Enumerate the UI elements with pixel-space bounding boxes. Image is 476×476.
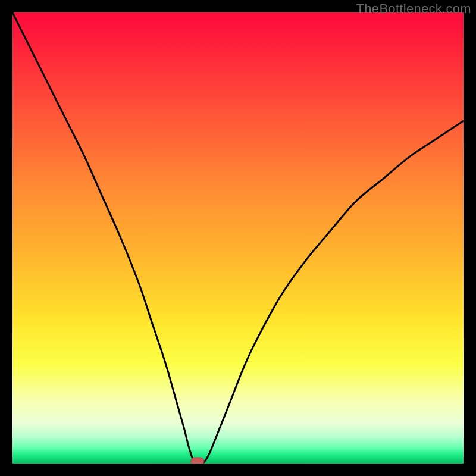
bottleneck-curve (12, 12, 464, 464)
chart-frame: TheBottleneck.com (0, 0, 476, 476)
plot-area (12, 12, 464, 464)
curve-path (12, 12, 464, 464)
watermark-text: TheBottleneck.com (356, 1, 471, 17)
optimal-marker (191, 458, 204, 464)
